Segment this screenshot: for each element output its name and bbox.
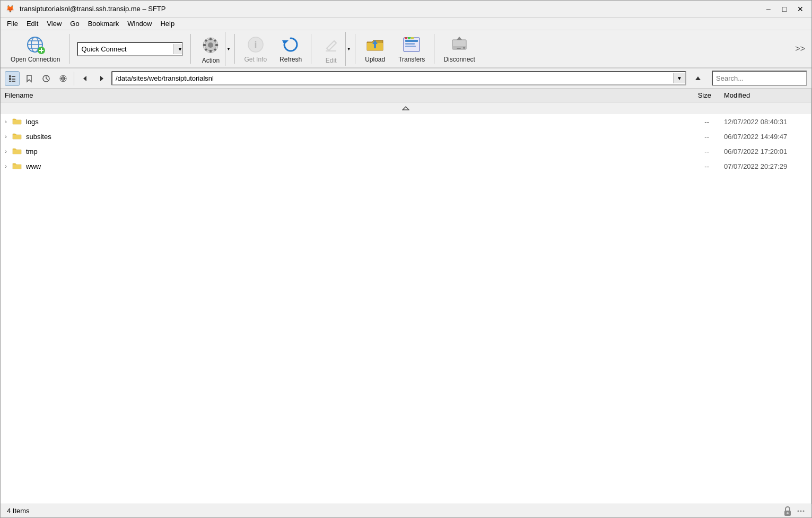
- table-row[interactable]: › www -- 07/07/2022 20:27:29: [1, 159, 811, 174]
- lock-icon: [783, 506, 792, 516]
- edit-main[interactable]: Edit: [315, 32, 345, 66]
- edit-dropdown-arrow[interactable]: ▼: [345, 32, 352, 66]
- svg-rect-11: [209, 50, 212, 53]
- svg-point-59: [800, 510, 802, 512]
- svg-marker-52: [695, 76, 701, 80]
- svg-marker-55: [403, 107, 409, 110]
- folder-icon: [11, 132, 23, 142]
- svg-line-45: [46, 79, 48, 80]
- get-info-button[interactable]: i Get Info: [238, 32, 273, 66]
- file-size: --: [673, 133, 715, 141]
- refresh-icon: [280, 34, 301, 55]
- main-container: Filename Size Modified › logs: [1, 89, 811, 504]
- status-item-count: 4 Items: [7, 507, 30, 515]
- action-button[interactable]: Action ▼: [194, 32, 231, 66]
- table-row[interactable]: › logs -- 12/07/2022 08:40:31: [1, 114, 811, 129]
- window-controls: – □ ✕: [762, 2, 807, 16]
- transfers-label: Transfers: [398, 56, 425, 63]
- action-label: Action: [202, 57, 220, 64]
- back-button[interactable]: [77, 71, 92, 86]
- path-input[interactable]: [112, 72, 673, 84]
- expand-icon[interactable]: ›: [1, 148, 11, 154]
- menu-help[interactable]: Help: [156, 19, 179, 29]
- column-size[interactable]: Size: [673, 89, 715, 101]
- menu-window[interactable]: Window: [123, 19, 156, 29]
- menu-view[interactable]: View: [42, 19, 66, 29]
- svg-rect-37: [9, 75, 11, 77]
- search-wrap[interactable]: [712, 71, 807, 86]
- edit-button[interactable]: Edit ▼: [315, 32, 352, 66]
- path-dropdown-arrow[interactable]: ▼: [673, 73, 685, 83]
- disconnect-button[interactable]: Disconnect: [438, 32, 481, 66]
- file-size: --: [673, 148, 715, 156]
- table-row[interactable]: › tmp -- 06/07/2022 17:20:01: [1, 144, 811, 159]
- action-icon: [200, 34, 221, 56]
- expand-icon[interactable]: ›: [1, 133, 11, 140]
- view-network-button[interactable]: [56, 71, 71, 86]
- close-button[interactable]: ✕: [793, 2, 807, 16]
- action-main[interactable]: Action: [194, 32, 225, 66]
- path-bar[interactable]: ▼: [111, 71, 686, 85]
- svg-rect-41: [9, 81, 11, 82]
- toolbar-more[interactable]: >>: [793, 42, 807, 56]
- svg-point-60: [803, 510, 805, 512]
- table-row[interactable]: › subsites -- 06/07/2022 14:49:47: [1, 129, 811, 144]
- file-list: › logs -- 12/07/2022 08:40:31 ›: [1, 114, 811, 504]
- svg-text:i: i: [254, 39, 257, 50]
- forward-button[interactable]: [94, 71, 109, 86]
- svg-rect-39: [9, 78, 11, 80]
- open-connection-button[interactable]: Open Connection: [5, 32, 66, 66]
- svg-rect-10: [209, 38, 212, 40]
- refresh-button[interactable]: Refresh: [274, 32, 308, 66]
- menu-bar: File Edit View Go Bookmark Window Help: [1, 18, 811, 30]
- action-dropdown-arrow[interactable]: ▼: [225, 32, 231, 66]
- file-modified: 06/07/2022 17:20:01: [715, 148, 811, 156]
- file-name: www: [25, 162, 673, 170]
- menu-edit[interactable]: Edit: [22, 19, 42, 29]
- title-bar: 🦊 transiptutorialsnl@transi.ssh.transip.…: [1, 1, 811, 18]
- quick-connect-arrow[interactable]: ▼: [173, 44, 183, 54]
- quick-connect-dropdown-container[interactable]: ▼: [77, 42, 183, 56]
- svg-rect-31: [411, 37, 414, 39]
- svg-rect-38: [12, 76, 15, 77]
- svg-rect-26: [405, 40, 418, 42]
- svg-rect-35: [457, 48, 461, 49]
- svg-point-57: [787, 512, 789, 514]
- column-filename[interactable]: Filename: [1, 89, 673, 101]
- file-name: tmp: [25, 148, 673, 156]
- search-input[interactable]: [713, 72, 807, 84]
- dots-icon: [797, 507, 805, 515]
- open-connection-label: Open Connection: [11, 56, 60, 63]
- svg-point-34: [463, 47, 465, 49]
- transfers-icon: [401, 34, 422, 55]
- expand-icon[interactable]: ›: [1, 163, 11, 169]
- transfers-button[interactable]: Transfers: [392, 32, 431, 66]
- svg-rect-27: [405, 43, 415, 45]
- up-button[interactable]: [691, 71, 705, 86]
- get-info-label: Get Info: [244, 56, 267, 63]
- menu-go[interactable]: Go: [66, 19, 83, 29]
- disconnect-label: Disconnect: [443, 56, 475, 63]
- svg-rect-29: [405, 37, 407, 39]
- menu-bookmark[interactable]: Bookmark: [84, 19, 124, 29]
- get-info-icon: i: [245, 34, 266, 55]
- open-connection-icon: [25, 34, 46, 55]
- nav-bar: ▼: [1, 68, 811, 89]
- minimize-button[interactable]: –: [762, 2, 775, 16]
- view-history-button[interactable]: [39, 71, 54, 86]
- upload-button[interactable]: Upload: [359, 32, 391, 66]
- expand-icon[interactable]: ›: [1, 118, 11, 125]
- disconnect-icon: [449, 34, 470, 55]
- svg-marker-51: [100, 76, 103, 81]
- view-bookmark-button[interactable]: [22, 71, 37, 86]
- refresh-label: Refresh: [280, 56, 302, 63]
- quick-connect-input[interactable]: [78, 43, 173, 55]
- svg-marker-50: [83, 76, 86, 81]
- upload-label: Upload: [365, 56, 385, 63]
- svg-rect-40: [12, 79, 15, 80]
- maximize-button[interactable]: □: [778, 2, 791, 16]
- menu-file[interactable]: File: [3, 19, 22, 29]
- view-list-button[interactable]: [5, 71, 20, 86]
- file-modified: 06/07/2022 14:49:47: [715, 133, 811, 141]
- column-modified[interactable]: Modified: [715, 89, 811, 101]
